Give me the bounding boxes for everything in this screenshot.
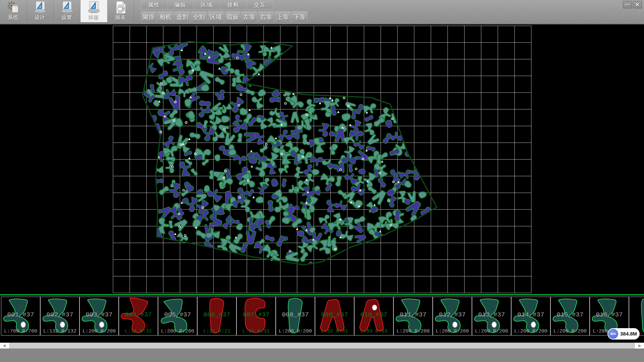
menu-tab-1[interactable]: 编辑 [167, 1, 194, 9]
menu-tab-0[interactable]: 属性 [141, 1, 167, 9]
piece-lr-count-label: L:200 R:200 [394, 328, 432, 334]
piece-lr-count-label: L:200 R:200 [551, 328, 589, 334]
app-button-gear-document[interactable]: 系统 [0, 0, 27, 22]
piece-id-label: 004_#37 [119, 311, 158, 318]
app-button-layout-ruler[interactable]: 排版 [80, 0, 107, 22]
ribbon-toolbar: 系统设计设置排版报表 属性编辑区域排料交互 聚排相机选割全割区域瑕疵左靠右靠上靠… [0, 0, 644, 24]
scroll-right-button[interactable]: > [634, 343, 644, 349]
piece-id-label: 012_#37 [433, 311, 472, 318]
tool-button-bar: 聚排相机选割全割区域瑕疵左靠右靠上靠下靠 [141, 11, 309, 23]
piece-id-label: 009_#37 [315, 311, 354, 318]
piece-lr-count-label: L:200 R:200 [158, 328, 197, 334]
app-button-settings-ruler[interactable]: 设置 [54, 0, 80, 22]
close-button[interactable]: ✕ [633, 1, 642, 8]
tool-button-3[interactable]: 全割 [191, 11, 207, 23]
progress-memory-badge: 38% 384.8M [607, 328, 640, 340]
tool-button-4[interactable]: 区域 [208, 11, 224, 23]
minimize-button[interactable]: — [623, 1, 632, 8]
piece-id-label: 011_#37 [394, 311, 432, 318]
piece-id-label: 003_#37 [80, 311, 118, 318]
piece-thumbnail-9[interactable]: 009_#37L:32 R:31 [315, 297, 354, 336]
piece-lr-count-label: L:21 R:21 [198, 328, 236, 334]
app-button-label: 排版 [89, 14, 99, 21]
piece-lr-count-label: L:200 R:200 [433, 328, 472, 334]
piece-id-label: 005_#37 [158, 311, 197, 318]
app-button-label: 设置 [62, 14, 72, 21]
menu-tab-bar: 属性编辑区域排料交互 [141, 1, 273, 9]
menu-tab-4[interactable]: 交互 [247, 1, 273, 9]
tool-button-1[interactable]: 相机 [158, 11, 173, 23]
report-document-icon [114, 1, 127, 14]
layout-ruler-icon [87, 1, 101, 14]
piece-id-label: 006_#37 [198, 311, 236, 318]
progress-circle: 38% [608, 329, 618, 339]
tool-button-9[interactable]: 下靠 [292, 11, 308, 23]
app-button-label: 报表 [115, 14, 126, 21]
tool-button-5[interactable]: 瑕疵 [225, 11, 240, 23]
app-module-bar: 系统设计设置排版报表 [0, 0, 134, 22]
piece-thumbnail-2[interactable]: 002_#37L:132 R:132 [40, 297, 79, 336]
menu-tab-2[interactable]: 区域 [194, 1, 220, 9]
piece-thumbnail-6[interactable]: 006_#37L:21 R:21 [197, 297, 236, 336]
piece-thumbnail-11[interactable]: 011_#37L:200 R:200 [393, 297, 433, 336]
piece-lr-count-label: L:200 R:200 [80, 328, 118, 334]
piece-id-label: 015_#37 [551, 311, 589, 318]
piece-lr-count-label: L:31 R:31 [237, 328, 275, 334]
scroll-left-button[interactable]: < [0, 343, 10, 349]
app-button-report-document[interactable]: 报表 [107, 0, 134, 22]
horizontal-scrollbar[interactable]: < > [0, 343, 644, 349]
nesting-canvas[interactable] [0, 24, 644, 294]
piece-thumbnail-3[interactable]: 003_#37L:200 R:200 [79, 297, 119, 336]
app-button-design-ruler[interactable]: 设计 [27, 0, 54, 22]
piece-lr-count-label: L:32 R:31 [315, 328, 354, 334]
piece-thumbnail-5[interactable]: 005_#37L:200 R:200 [158, 297, 197, 336]
piece-id-label: 007_#37 [237, 311, 275, 318]
memory-value: 384.8M [620, 328, 637, 340]
tool-button-2[interactable]: 选割 [174, 11, 190, 23]
window-controls: — ✕ [623, 1, 642, 8]
piece-lr-count-label: L:200 R:200 [472, 328, 511, 334]
piece-thumbnail-15[interactable]: 015_#37L:200 R:200 [550, 297, 590, 336]
piece-lr-count-label: L:200 R:200 [512, 328, 550, 334]
nesting-application-window: 系统设计设置排版报表 属性编辑区域排料交互 聚排相机选割全割区域瑕疵左靠右靠上靠… [0, 0, 644, 362]
tool-button-7[interactable]: 右靠 [258, 11, 274, 23]
design-ruler-icon [34, 1, 47, 14]
settings-ruler-icon [60, 1, 74, 14]
tool-button-6[interactable]: 左靠 [241, 11, 257, 23]
piece-id-label: 014_#37 [512, 311, 550, 318]
piece-id-label: 001_#37 [1, 311, 40, 318]
piece-id-label: 002_#37 [41, 311, 79, 318]
piece-thumbnail-8[interactable]: 008_#37L:200 R:200 [276, 297, 315, 336]
status-bar [0, 349, 644, 362]
piece-thumbnail-12[interactable]: 012_#37L:200 R:200 [433, 297, 472, 336]
piece-lr-count-label: L:700 R:700 [1, 328, 40, 334]
piece-thumbnail-7[interactable]: 007_#37L:31 R:31 [236, 297, 276, 336]
piece-thumbnail-strip: 001_#37L:700 R:700002_#37L:132 R:132003_… [0, 295, 644, 343]
piece-id-label: 016_#37 [590, 311, 629, 318]
app-button-label: 系统 [8, 14, 19, 21]
tool-button-0[interactable]: 聚排 [141, 11, 157, 23]
piece-thumbnail-14[interactable]: 014_#37L:200 R:200 [511, 297, 550, 336]
gear-document-icon [7, 1, 20, 14]
piece-id-label: 008_#37 [276, 311, 315, 318]
piece-id-label: 010_#37 [355, 311, 393, 318]
piece-thumbnail-13[interactable]: 013_#37L:200 R:200 [472, 297, 511, 336]
tool-button-8[interactable]: 上靠 [275, 11, 291, 23]
piece-lr-count-label: L:31 R:31 [119, 328, 158, 334]
piece-lr-count-label: L:132 R:132 [41, 328, 79, 334]
piece-thumbnail-4[interactable]: 004_#37L:31 R:31 [119, 297, 158, 336]
app-button-label: 设计 [35, 14, 46, 21]
piece-thumbnail-10[interactable]: 010_#37L:33 R:33 [354, 297, 393, 336]
piece-lr-count-label: L:33 R:33 [355, 328, 393, 334]
menu-tab-3[interactable]: 排料 [220, 1, 247, 9]
piece-thumbnail-1[interactable]: 001_#37L:700 R:700 [1, 297, 40, 336]
piece-id-label: 013_#37 [472, 311, 511, 318]
piece-lr-count-label: L:200 R:200 [276, 328, 315, 334]
